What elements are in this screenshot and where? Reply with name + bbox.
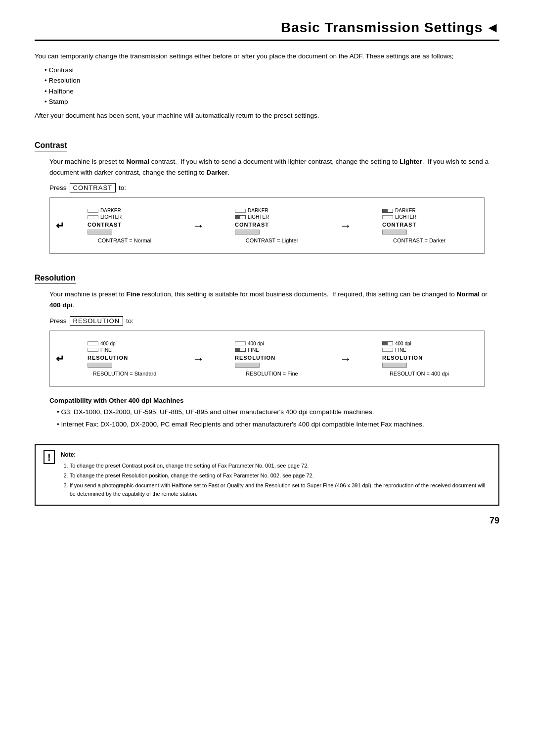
lighter-led-half: [235, 215, 246, 219]
resolution-400-state: 400 dpi FINE RESOLUTION RESOLUTION = 400…: [382, 341, 456, 377]
resolution-label: RESOLUTION: [382, 355, 423, 361]
bottom-led-half: [235, 348, 246, 352]
bottom-row: FINE: [235, 347, 259, 353]
top-row: 400 dpi: [88, 341, 117, 346]
contrast-lighter-state: DARKER LIGHTER CONTRAST CONTRAST = Light…: [235, 208, 309, 243]
contrast-label: CONTRAST: [88, 222, 122, 228]
top-label: 400 dpi: [100, 341, 117, 346]
bottom-row: FINE: [88, 347, 112, 353]
top-led-half: [382, 341, 393, 345]
compat-item: G3: DX-1000, DX-2000, UF-595, UF-885, UF…: [57, 407, 499, 418]
top-led-off: [235, 341, 246, 345]
top-row: 400 dpi: [235, 341, 264, 346]
resolution-states: 400 dpi FINE RESOLUTION RESOLUTION = Sta…: [65, 341, 469, 377]
arrow-icon: →: [192, 352, 204, 366]
page-header: Basic Transmission Settings ◄: [35, 20, 499, 41]
lighter-label: LIGHTER: [248, 214, 269, 220]
press-text: Press: [49, 317, 67, 325]
resolution-diagram: ↵ 400 dpi FINE RESOLUTION: [49, 331, 485, 387]
note-content: Note: To change the preset Contrast posi…: [61, 450, 490, 500]
resolution-section: Resolution Your machine is preset to Fin…: [35, 264, 499, 429]
list-item: Resolution: [44, 75, 499, 86]
lighter-label: LIGHTER: [395, 214, 416, 220]
contrast-normal-state: DARKER LIGHTER CONTRAST CONTRAST = Norma…: [88, 208, 162, 243]
contrast-states: DARKER LIGHTER CONTRAST CONTRAST = Norma…: [65, 208, 469, 243]
intro-after-text: After your document has been sent, your …: [35, 110, 499, 121]
resolution-button: [382, 363, 407, 368]
compat-list: G3: DX-1000, DX-2000, UF-595, UF-885, UF…: [35, 407, 499, 430]
bottom-led-off: [382, 348, 393, 352]
darker-row: DARKER: [382, 208, 416, 213]
loop-arrow-icon: ↵: [56, 353, 64, 365]
notes-list: To change the preset Contrast position, …: [61, 462, 490, 498]
lighter-row: LIGHTER: [88, 214, 122, 220]
press-suffix: to:: [126, 317, 134, 325]
note-item: To change the preset Contrast position, …: [70, 462, 490, 470]
note-item: To change the preset Resolution position…: [70, 472, 490, 480]
resolution-body: Your machine is preset to Fine resolutio…: [35, 289, 499, 311]
contrast-diagram: ↵ DARKER LIGHTER CONTRAST: [49, 197, 485, 254]
resolution-label: RESOLUTION: [88, 355, 128, 361]
contrast-normal-caption: CONTRAST = Normal: [88, 237, 162, 243]
top-label: 400 dpi: [248, 341, 264, 346]
contrast-button: [382, 230, 407, 235]
list-item: Stamp: [44, 96, 499, 107]
resolution-title: Resolution: [35, 274, 76, 284]
resolution-standard-box: 400 dpi FINE RESOLUTION: [88, 341, 162, 368]
loop-arrow-icon: ↵: [56, 220, 64, 232]
resolution-button: [235, 363, 260, 368]
contrast-darker-state: DARKER LIGHTER CONTRAST CONTRAST = Darke…: [382, 208, 456, 243]
resolution-400-box: 400 dpi FINE RESOLUTION: [382, 341, 456, 368]
contrast-normal-box: DARKER LIGHTER CONTRAST: [88, 208, 162, 235]
list-item: Halftone: [44, 86, 499, 97]
contrast-title: Contrast: [35, 141, 67, 151]
darker-label: DARKER: [395, 208, 416, 213]
arrow-icon: →: [340, 352, 352, 366]
settings-list: Contrast Resolution Halftone Stamp: [35, 65, 499, 107]
darker-led-off: [235, 209, 246, 213]
note-section: ! Note: To change the preset Contrast po…: [35, 444, 499, 506]
bottom-label: FINE: [395, 347, 406, 353]
darker-row: DARKER: [88, 208, 121, 213]
top-label: 400 dpi: [395, 341, 411, 346]
bottom-label: FINE: [100, 347, 112, 353]
press-suffix: to:: [119, 184, 126, 191]
arrow-icon: →: [192, 219, 204, 233]
resolution-fine-box: 400 dpi FINE RESOLUTION: [235, 341, 309, 368]
darker-led-off: [88, 209, 98, 213]
darker-label: DARKER: [100, 208, 121, 213]
resolution-button: [88, 363, 112, 368]
contrast-body: Your machine is preset to Normal contras…: [35, 156, 499, 179]
resolution-press-line: Press RESOLUTION to:: [49, 316, 499, 326]
contrast-lighter-box: DARKER LIGHTER CONTRAST: [235, 208, 309, 235]
bottom-led-off: [88, 348, 98, 352]
contrast-darker-box: DARKER LIGHTER CONTRAST: [382, 208, 456, 235]
contrast-lighter-caption: CONTRAST = Lighter: [235, 237, 309, 243]
intro-text: You can temporarily change the transmiss…: [35, 51, 499, 62]
contrast-label: CONTRAST: [235, 222, 269, 228]
resolution-fine-caption: RESOLUTION = Fine: [235, 371, 309, 377]
note-icon: !: [44, 450, 55, 464]
compat-item: Internet Fax: DX-1000, DX-2000, PC email…: [57, 420, 499, 430]
lighter-led-off: [88, 215, 98, 219]
resolution-fine-state: 400 dpi FINE RESOLUTION RESOLUTION = Fin…: [235, 341, 309, 377]
note-item: If you send a photographic document with…: [70, 481, 490, 498]
lighter-row: LIGHTER: [382, 214, 416, 220]
note-label: Note:: [61, 450, 490, 460]
compat-title: Compatibility with Other 400 dpi Machine…: [49, 397, 499, 404]
lighter-row: LIGHTER: [235, 214, 269, 220]
darker-label: DARKER: [248, 208, 268, 213]
page: Basic Transmission Settings ◄ 4 You can …: [0, 0, 534, 756]
contrast-darker-caption: CONTRAST = Darker: [382, 237, 456, 243]
page-number: 79: [35, 516, 499, 526]
header-arrow-icon: ◄: [486, 20, 499, 36]
lighter-label: LIGHTER: [100, 214, 122, 220]
press-text: Press: [49, 184, 67, 191]
darker-led-half: [382, 209, 393, 213]
resolution-standard-state: 400 dpi FINE RESOLUTION RESOLUTION = Sta…: [88, 341, 162, 377]
list-item: Contrast: [44, 65, 499, 76]
page-title: Basic Transmission Settings: [281, 20, 483, 36]
bottom-label: FINE: [248, 347, 259, 353]
contrast-label: CONTRAST: [382, 222, 416, 228]
resolution-label: RESOLUTION: [235, 355, 275, 361]
